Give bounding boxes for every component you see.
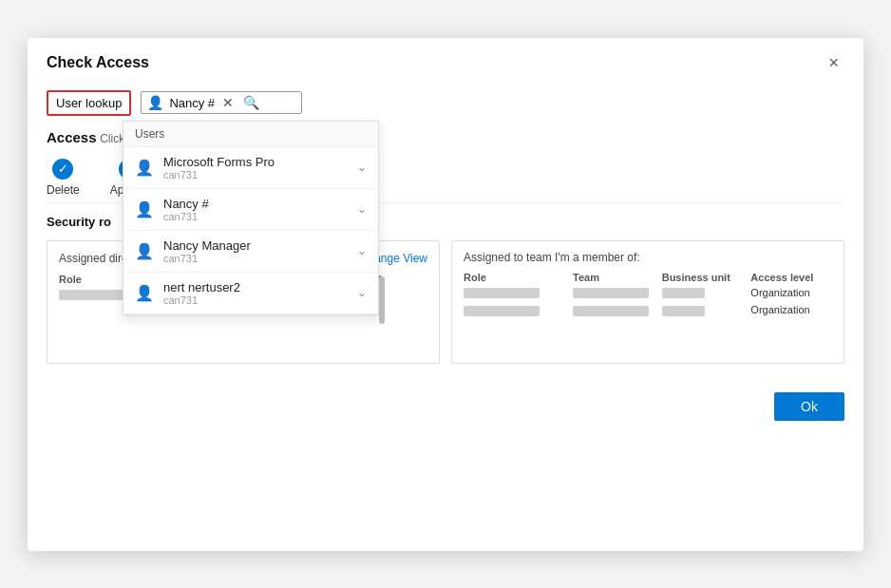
- col-header-bu-r: Business unit: [662, 272, 744, 283]
- al-cell: Organization: [750, 287, 832, 299]
- user-name: Nancy Manager: [163, 238, 251, 253]
- user-lookup-row: User lookup 👤 Nancy # ✕ 🔍 Users 👤 Micros…: [28, 85, 863, 116]
- lookup-input-box[interactable]: 👤 Nancy # ✕ 🔍: [141, 91, 302, 114]
- assigned-team-label: Assigned to team I'm a member of:: [464, 251, 640, 264]
- role-cell: [464, 287, 565, 299]
- tab-check-delete: ✓: [52, 159, 73, 180]
- table-header-right: Role Team Business unit Access level: [464, 272, 832, 283]
- lookup-clear-button[interactable]: ✕: [220, 95, 236, 110]
- blurred-team: [573, 306, 649, 316]
- team-cell: [573, 287, 654, 299]
- list-item[interactable]: 👤 nert nertuser2 can731 ⌄: [123, 273, 378, 314]
- col-header-team-r: Team: [573, 272, 654, 283]
- tab-delete[interactable]: ✓ Delete: [47, 159, 80, 197]
- user-dropdown: Users 👤 Microsoft Forms Pro can731 ⌄ 👤 N…: [123, 121, 379, 315]
- user-sub: can731: [163, 253, 251, 264]
- dropdown-header: Users: [123, 122, 378, 147]
- ok-button[interactable]: Ok: [774, 392, 844, 421]
- tab-label-delete: Delete: [47, 183, 80, 197]
- scrollbar[interactable]: [378, 273, 386, 313]
- user-icon: 👤: [135, 159, 154, 177]
- chevron-down-icon: ⌄: [357, 202, 367, 216]
- bu-cell: [662, 287, 744, 299]
- role-cell-2: [464, 304, 565, 316]
- close-button[interactable]: ×: [823, 51, 844, 75]
- al-cell-2: Organization: [750, 304, 832, 316]
- user-sub: can731: [163, 169, 275, 180]
- user-icon: 👤: [135, 242, 154, 260]
- table-row: Organization: [464, 304, 832, 316]
- blurred-role: [464, 288, 540, 298]
- col-header-al-r: Access level: [750, 272, 832, 283]
- dialog-title: Check Access: [47, 54, 149, 71]
- blurred-bu: [662, 288, 705, 298]
- list-item[interactable]: 👤 Microsoft Forms Pro can731 ⌄: [123, 147, 378, 189]
- user-name: Microsoft Forms Pro: [163, 155, 275, 169]
- user-icon: 👤: [135, 284, 154, 302]
- blurred-bu: [662, 306, 705, 316]
- user-lookup-label: User lookup: [47, 90, 131, 116]
- user-icon: 👤: [135, 200, 154, 218]
- chevron-down-icon: ⌄: [357, 286, 367, 299]
- bu-cell-2: [662, 304, 744, 316]
- team-cell-2: [573, 304, 654, 316]
- chevron-down-icon: ⌄: [357, 161, 367, 174]
- panel-header-row-right: Assigned to team I'm a member of:: [464, 251, 832, 264]
- col-header-role-r: Role: [464, 272, 565, 283]
- blurred-team: [573, 288, 649, 298]
- dialog-header: Check Access ×: [28, 38, 863, 85]
- access-title: Access: [47, 129, 97, 145]
- check-access-dialog: Check Access × User lookup 👤 Nancy # ✕ 🔍…: [28, 38, 863, 551]
- user-name: nert nertuser2: [163, 280, 240, 294]
- chevron-down-icon: ⌄: [357, 244, 367, 257]
- person-icon: 👤: [147, 95, 163, 110]
- lookup-search-button[interactable]: 🔍: [241, 95, 261, 110]
- dialog-footer: Ok: [28, 383, 863, 436]
- user-name: Nancy #: [163, 197, 209, 211]
- list-item[interactable]: 👤 Nancy Manager can731 ⌄: [123, 231, 378, 273]
- list-item[interactable]: 👤 Nancy # can731 ⌄: [123, 189, 378, 231]
- user-sub: can731: [163, 211, 209, 222]
- user-sub: can731: [163, 294, 240, 306]
- blurred-role: [464, 306, 540, 316]
- panel-assigned-team: Assigned to team I'm a member of: Role T…: [451, 240, 844, 364]
- lookup-input-value: Nancy #: [169, 96, 215, 110]
- table-row: Organization: [464, 287, 832, 299]
